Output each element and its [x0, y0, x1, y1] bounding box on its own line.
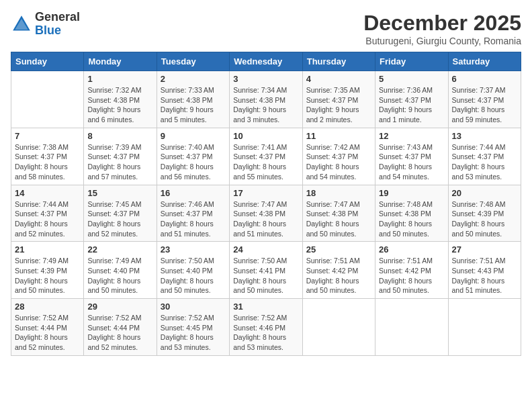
day-number: 12 [379, 131, 444, 141]
calendar-cell: 27Sunrise: 7:51 AMSunset: 4:43 PMDayligh… [448, 242, 521, 299]
calendar-cell: 17Sunrise: 7:47 AMSunset: 4:38 PMDayligh… [230, 185, 302, 242]
day-number: 8 [87, 131, 152, 141]
day-info: Sunrise: 7:44 AMSunset: 4:37 PMDaylight:… [15, 199, 80, 239]
day-info: Sunrise: 7:49 AMSunset: 4:40 PMDaylight:… [87, 256, 152, 295]
calendar-cell: 8Sunrise: 7:39 AMSunset: 4:37 PMDaylight… [84, 128, 157, 185]
calendar-cell: 4Sunrise: 7:35 AMSunset: 4:37 PMDaylight… [302, 71, 375, 128]
day-info: Sunrise: 7:33 AMSunset: 4:38 PMDaylight:… [161, 85, 226, 125]
title-block: December 2025 Buturugeni, Giurgiu County… [363, 11, 521, 46]
calendar-cell: 13Sunrise: 7:44 AMSunset: 4:37 PMDayligh… [448, 128, 521, 185]
calendar-cell [375, 299, 448, 356]
calendar-body: 1Sunrise: 7:32 AMSunset: 4:38 PMDaylight… [11, 71, 521, 356]
calendar-cell: 26Sunrise: 7:51 AMSunset: 4:42 PMDayligh… [375, 242, 448, 299]
weekday-header: Wednesday [230, 52, 302, 71]
day-number: 13 [452, 131, 517, 141]
weekday-header: Tuesday [157, 52, 229, 71]
day-info: Sunrise: 7:47 AMSunset: 4:38 PMDaylight:… [306, 199, 371, 239]
day-info: Sunrise: 7:51 AMSunset: 4:42 PMDaylight:… [379, 256, 444, 295]
logo-general: General [35, 10, 80, 24]
day-info: Sunrise: 7:52 AMSunset: 4:45 PMDaylight:… [161, 313, 226, 353]
day-info: Sunrise: 7:38 AMSunset: 4:37 PMDaylight:… [15, 142, 80, 182]
calendar-cell: 19Sunrise: 7:48 AMSunset: 4:38 PMDayligh… [375, 185, 448, 242]
logo: General Blue [11, 11, 80, 38]
day-info: Sunrise: 7:34 AMSunset: 4:38 PMDaylight:… [233, 85, 298, 125]
day-number: 16 [161, 188, 226, 198]
calendar-week-row: 14Sunrise: 7:44 AMSunset: 4:37 PMDayligh… [11, 185, 521, 242]
calendar-header: SundayMondayTuesdayWednesdayThursdayFrid… [11, 52, 521, 71]
day-number: 14 [15, 188, 80, 198]
calendar-table: SundayMondayTuesdayWednesdayThursdayFrid… [11, 52, 521, 356]
weekday-row: SundayMondayTuesdayWednesdayThursdayFrid… [11, 52, 521, 71]
day-number: 3 [233, 74, 298, 84]
day-number: 5 [379, 74, 444, 84]
day-info: Sunrise: 7:36 AMSunset: 4:37 PMDaylight:… [379, 85, 444, 125]
day-number: 27 [452, 244, 517, 255]
day-info: Sunrise: 7:37 AMSunset: 4:37 PMDaylight:… [452, 85, 517, 125]
day-number: 17 [233, 188, 298, 198]
page-header: General Blue December 2025 Buturugeni, G… [11, 11, 521, 46]
calendar-cell: 24Sunrise: 7:50 AMSunset: 4:41 PMDayligh… [230, 242, 302, 299]
day-info: Sunrise: 7:47 AMSunset: 4:38 PMDaylight:… [233, 199, 298, 239]
day-number: 24 [233, 244, 298, 255]
calendar-cell [448, 299, 521, 356]
calendar-cell: 11Sunrise: 7:42 AMSunset: 4:37 PMDayligh… [302, 128, 375, 185]
day-info: Sunrise: 7:44 AMSunset: 4:37 PMDaylight:… [452, 142, 517, 182]
day-info: Sunrise: 7:41 AMSunset: 4:37 PMDaylight:… [233, 142, 298, 182]
day-info: Sunrise: 7:50 AMSunset: 4:41 PMDaylight:… [233, 256, 298, 295]
calendar-cell: 31Sunrise: 7:52 AMSunset: 4:46 PMDayligh… [230, 299, 302, 356]
day-info: Sunrise: 7:46 AMSunset: 4:37 PMDaylight:… [161, 199, 226, 239]
day-info: Sunrise: 7:51 AMSunset: 4:43 PMDaylight:… [452, 256, 517, 295]
day-info: Sunrise: 7:48 AMSunset: 4:39 PMDaylight:… [452, 199, 517, 239]
day-number: 6 [452, 74, 517, 84]
day-number: 18 [306, 188, 371, 198]
day-number: 29 [87, 302, 152, 312]
day-number: 10 [233, 131, 298, 141]
calendar-week-row: 28Sunrise: 7:52 AMSunset: 4:44 PMDayligh… [11, 299, 521, 356]
calendar-cell: 18Sunrise: 7:47 AMSunset: 4:38 PMDayligh… [302, 185, 375, 242]
weekday-header: Thursday [302, 52, 375, 71]
day-number: 20 [452, 188, 517, 198]
calendar-cell [302, 299, 375, 356]
day-number: 21 [15, 244, 80, 255]
day-info: Sunrise: 7:45 AMSunset: 4:37 PMDaylight:… [87, 199, 152, 239]
day-number: 30 [161, 302, 226, 312]
day-info: Sunrise: 7:48 AMSunset: 4:38 PMDaylight:… [379, 199, 444, 239]
day-number: 25 [306, 244, 371, 255]
day-info: Sunrise: 7:50 AMSunset: 4:40 PMDaylight:… [161, 256, 226, 295]
day-number: 9 [161, 131, 226, 141]
day-number: 11 [306, 131, 371, 141]
calendar-cell: 23Sunrise: 7:50 AMSunset: 4:40 PMDayligh… [157, 242, 229, 299]
day-info: Sunrise: 7:42 AMSunset: 4:37 PMDaylight:… [306, 142, 371, 182]
calendar-week-row: 1Sunrise: 7:32 AMSunset: 4:38 PMDaylight… [11, 71, 521, 128]
day-number: 31 [233, 302, 298, 312]
day-info: Sunrise: 7:52 AMSunset: 4:44 PMDaylight:… [15, 313, 80, 353]
day-info: Sunrise: 7:52 AMSunset: 4:44 PMDaylight:… [87, 313, 152, 353]
day-number: 7 [15, 131, 80, 141]
calendar-cell: 10Sunrise: 7:41 AMSunset: 4:37 PMDayligh… [230, 128, 302, 185]
calendar-cell: 16Sunrise: 7:46 AMSunset: 4:37 PMDayligh… [157, 185, 229, 242]
day-info: Sunrise: 7:39 AMSunset: 4:37 PMDaylight:… [87, 142, 152, 182]
day-info: Sunrise: 7:51 AMSunset: 4:42 PMDaylight:… [306, 256, 371, 295]
calendar-subtitle: Buturugeni, Giurgiu County, Romania [363, 36, 521, 46]
logo-text: General Blue [35, 11, 80, 38]
day-number: 4 [306, 74, 371, 84]
calendar-cell: 20Sunrise: 7:48 AMSunset: 4:39 PMDayligh… [448, 185, 521, 242]
day-info: Sunrise: 7:32 AMSunset: 4:38 PMDaylight:… [87, 85, 152, 125]
calendar-cell: 5Sunrise: 7:36 AMSunset: 4:37 PMDaylight… [375, 71, 448, 128]
weekday-header: Friday [375, 52, 448, 71]
weekday-header: Saturday [448, 52, 521, 71]
day-number: 28 [15, 302, 80, 312]
day-info: Sunrise: 7:49 AMSunset: 4:39 PMDaylight:… [15, 256, 80, 295]
day-info: Sunrise: 7:43 AMSunset: 4:37 PMDaylight:… [379, 142, 444, 182]
calendar-cell: 9Sunrise: 7:40 AMSunset: 4:37 PMDaylight… [157, 128, 229, 185]
calendar-cell: 30Sunrise: 7:52 AMSunset: 4:45 PMDayligh… [157, 299, 229, 356]
day-info: Sunrise: 7:35 AMSunset: 4:37 PMDaylight:… [306, 85, 371, 125]
calendar-cell: 29Sunrise: 7:52 AMSunset: 4:44 PMDayligh… [84, 299, 157, 356]
calendar-cell: 25Sunrise: 7:51 AMSunset: 4:42 PMDayligh… [302, 242, 375, 299]
calendar-cell: 22Sunrise: 7:49 AMSunset: 4:40 PMDayligh… [84, 242, 157, 299]
calendar-cell: 6Sunrise: 7:37 AMSunset: 4:37 PMDaylight… [448, 71, 521, 128]
calendar-week-row: 21Sunrise: 7:49 AMSunset: 4:39 PMDayligh… [11, 242, 521, 299]
calendar-cell: 3Sunrise: 7:34 AMSunset: 4:38 PMDaylight… [230, 71, 302, 128]
day-number: 22 [87, 244, 152, 255]
calendar-cell [11, 71, 84, 128]
